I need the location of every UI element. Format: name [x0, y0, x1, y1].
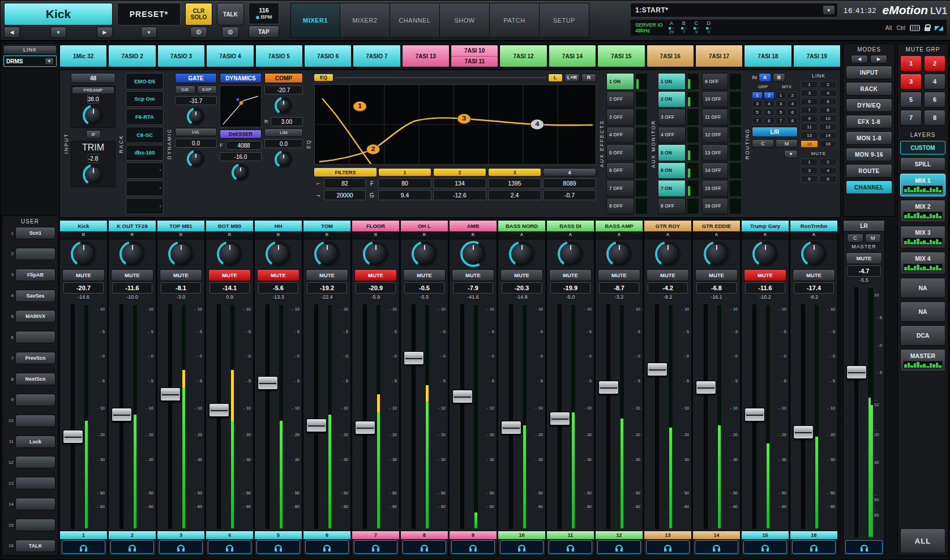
pan-knob[interactable]	[460, 241, 486, 267]
aux-send-button[interactable]: 6 OFF	[606, 162, 634, 179]
eq-tag[interactable]: EQ	[314, 74, 333, 81]
fader-handle[interactable]	[160, 387, 181, 401]
gate-header[interactable]: GATE	[175, 73, 217, 83]
master-mute-button[interactable]: MUTE	[846, 252, 882, 264]
phantom-48v-button[interactable]: 48	[71, 73, 115, 83]
aux-send-button[interactable]: 5 OFF	[606, 144, 634, 161]
comp-ratio-value[interactable]: 3.00	[271, 117, 303, 126]
mode-button[interactable]: MON 9-16	[846, 148, 892, 161]
center-assign-button[interactable]: C	[752, 139, 774, 148]
assign-number-cell[interactable]: 6	[819, 98, 837, 105]
fader-handle[interactable]	[744, 408, 765, 421]
deesser-freq-value[interactable]: 4088	[226, 141, 262, 150]
gate-lvl-button[interactable]: LVL	[175, 128, 217, 136]
main-tab[interactable]: PATCH	[490, 3, 540, 38]
user-key-button[interactable]	[15, 394, 55, 406]
ab-input-button[interactable]: B	[773, 73, 785, 82]
eq-channel-button[interactable]: R	[581, 74, 596, 82]
aux-send-button[interactable]: 7 OFF	[606, 180, 634, 197]
tap-tempo-button[interactable]: TAP	[249, 25, 279, 38]
next-channel-button[interactable]: ▶	[97, 27, 113, 38]
pan-knob[interactable]	[801, 241, 827, 267]
aux-send-button[interactable]: 3 OFF	[658, 109, 686, 126]
comp-gain-value[interactable]: 0.0	[264, 139, 303, 148]
user-key-button[interactable]: TALK	[15, 540, 55, 552]
user-key-button[interactable]	[15, 248, 55, 260]
eq-value-box[interactable]: 8089	[543, 178, 596, 188]
input-channel-tab[interactable]: 7ASI 15	[597, 45, 645, 67]
eq-value-box[interactable]: 80	[378, 178, 431, 188]
eq-value-box[interactable]: -12.6	[433, 190, 486, 200]
assign-number-cell[interactable]: 6	[787, 109, 798, 116]
session-selector[interactable]: 1:START* ▼	[630, 3, 838, 18]
fader-value[interactable]: -19.9	[550, 282, 590, 294]
channel-name[interactable]: Kick	[60, 221, 107, 232]
eq-band-button[interactable]: 3	[488, 168, 541, 176]
fader-handle[interactable]	[306, 419, 327, 432]
input-channel-tab[interactable]: 7ASI 18	[744, 45, 791, 67]
deesser-button[interactable]: DeESSER	[220, 130, 262, 139]
channel-name[interactable]: OH L	[401, 221, 448, 232]
channel-name[interactable]: RonTrmbn	[790, 221, 837, 232]
mute-group-button[interactable]: 3	[900, 74, 922, 89]
prev-channel-button[interactable]: ◀	[4, 27, 20, 38]
fader-handle[interactable]	[258, 376, 278, 390]
assign-number-cell[interactable]: 4	[819, 167, 837, 174]
session-dropdown-icon[interactable]: ▼	[823, 5, 835, 15]
input-channel-tab[interactable]: 7ASI 16	[647, 45, 694, 67]
assign-number-cell[interactable]: 16	[819, 140, 837, 148]
aux-send-button[interactable]: 11 OFF	[702, 109, 728, 126]
layer-button[interactable]: DCA	[900, 325, 945, 346]
aux-send-button[interactable]: 14 OFF	[702, 162, 728, 179]
fader-handle[interactable]	[793, 425, 814, 439]
layer-button[interactable]: MIX 1	[900, 174, 945, 196]
modes-next-arrow[interactable]: ▶	[870, 55, 887, 63]
mute-button[interactable]: MUTE	[647, 269, 689, 281]
headphone-button[interactable]	[500, 540, 544, 554]
preset-dropdown-button[interactable]: ▼	[141, 27, 157, 38]
deesser-threshold-value[interactable]: -16.0	[220, 152, 262, 161]
input-channel-tab[interactable]: 7ASI 19	[793, 45, 841, 67]
comp-header[interactable]: COMP	[264, 73, 303, 83]
headphone-button[interactable]	[743, 540, 787, 554]
layer-button[interactable]: MIX 2	[900, 200, 945, 222]
user-key-button[interactable]: PrevScn	[15, 352, 55, 364]
assign-number-cell[interactable]: 7	[801, 106, 818, 114]
assign-number-cell[interactable]: 2	[819, 158, 837, 166]
mute-group-button[interactable]: 8	[924, 110, 945, 126]
mute-group-button[interactable]: 6	[924, 92, 945, 107]
fader-value[interactable]: -20.3	[502, 282, 542, 294]
assign-number-cell[interactable]: 1	[752, 92, 763, 99]
assign-number-cell[interactable]: 3	[801, 89, 818, 97]
layer-button[interactable]: NA	[900, 301, 945, 322]
aux-send-button[interactable]: 9 OFF	[702, 73, 728, 90]
layer-button[interactable]: MASTER	[900, 349, 945, 372]
eq-channel-button[interactable]: L	[548, 74, 563, 82]
pan-knob[interactable]	[412, 241, 438, 267]
eq-band-button[interactable]: 1	[378, 168, 431, 176]
mute-button[interactable]: MUTE	[695, 269, 738, 281]
aux-send-button[interactable]: 5 ON	[658, 144, 686, 161]
aux-send-button[interactable]: 7 ON	[658, 180, 686, 197]
assign-number-cell[interactable]: 4	[787, 100, 798, 107]
master-headphone-button[interactable]	[845, 540, 883, 554]
channel-name[interactable]: TOM	[303, 221, 350, 232]
headphone-button[interactable]	[305, 540, 349, 554]
headphone-button[interactable]	[208, 540, 251, 554]
fader-handle[interactable]	[696, 381, 716, 394]
link-group-dropdown-icon[interactable]: ▼	[45, 58, 54, 65]
pan-knob[interactable]	[655, 241, 681, 267]
direct-out-dropdown-icon[interactable]: ▼	[784, 150, 798, 158]
ab-input-button[interactable]: A	[759, 73, 771, 82]
user-key-button[interactable]	[15, 415, 55, 427]
assign-number-cell[interactable]: 6	[819, 175, 837, 183]
eq-band-button[interactable]: 2	[433, 168, 486, 176]
eq-graph[interactable]: 1234	[314, 84, 596, 165]
pan-knob[interactable]	[168, 241, 194, 267]
fader-handle[interactable]	[501, 421, 521, 434]
headphone-button[interactable]	[354, 540, 397, 554]
assign-number-cell[interactable]: 4	[764, 100, 774, 107]
mute-button[interactable]: MUTE	[160, 269, 202, 281]
fader-value[interactable]: -8.1	[161, 282, 201, 294]
aux-send-button[interactable]: 8 OFF	[606, 198, 634, 215]
